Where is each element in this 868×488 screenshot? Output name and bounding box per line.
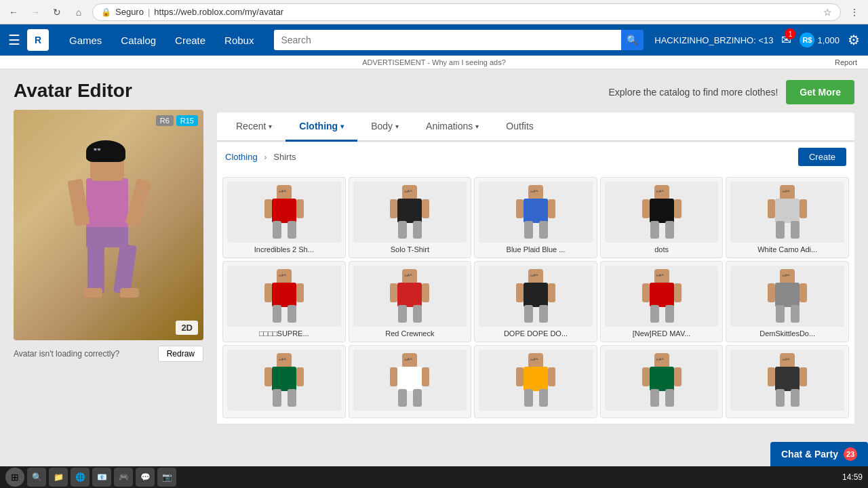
explore-bar: Explore the catalog to find more clothes… [217,80,854,104]
item-card[interactable]: ^^ Solo T-Shirt [349,177,472,258]
tab-body[interactable]: Body▾ [357,113,412,142]
avatar-redraw-row: Avatar isn't loading correctly? Redraw [14,346,203,362]
nav-catalog[interactable]: Catalog [111,24,165,56]
roblox-nav: ☰ R Games Catalog Create Robux 🔍 HACKIZI… [0,24,868,56]
taskbar-item-4[interactable]: 📧 [92,468,111,487]
ad-text: ADVERTISEMENT - Why am I seeing ads? [362,58,506,66]
item-card[interactable]: ^^ [222,345,346,418]
ad-bar: ADVERTISEMENT - Why am I seeing ads? Rep… [0,56,868,69]
item-card[interactable]: ^^ Red Crewneck [349,261,472,342]
tab-recent[interactable]: Recent▾ [222,113,285,142]
search-button[interactable]: 🔍 [621,30,644,50]
url-text: https://web.roblox.com/my/avatar [154,7,823,17]
lock-label: Seguro [115,7,144,17]
search-input[interactable] [274,30,620,50]
report-link[interactable]: Report [835,58,857,66]
bookmark-icon[interactable]: ☆ [823,7,832,18]
item-label: dots [605,245,719,253]
nav-username: HACKIZINHO_BRZINHO: <13 [654,35,773,45]
taskbar-item-6[interactable]: 💬 [136,468,155,487]
item-label: Red Crewneck [353,329,467,338]
item-card[interactable]: ^^ [474,345,597,418]
avatar-badges: R6 R15 [156,115,198,126]
item-card[interactable]: ^^ [New]RED MAV... [600,261,724,342]
logo-text: R [35,35,41,45]
item-label: Solo T-Shirt [353,245,467,253]
taskbar: ⊞ 🔍 📁 🌐 📧 🎮 💬 📷 14:59 [0,466,868,488]
item-card[interactable]: ^^ DemSkittlesDo... [726,261,849,342]
roblox-logo[interactable]: R [27,29,49,51]
item-label: DOPE DOPE DO... [479,329,593,338]
taskbar-item-2[interactable]: 📁 [49,468,68,487]
chat-icon-wrap: ✉ 1 [781,33,791,47]
right-panel: Explore the catalog to find more clothes… [217,80,854,477]
avatar-canvas: R6 R15 ^^ 👓 [14,110,203,340]
breadcrumb-parent[interactable]: Clothing [225,152,258,162]
main-content: Avatar Editor R6 R15 ^^ 👓 [0,69,868,488]
avatar-panel: Avatar Editor R6 R15 ^^ 👓 [14,80,203,477]
2d-badge[interactable]: 2D [176,321,198,335]
start-button[interactable]: ⊞ [5,468,24,487]
item-card[interactable]: ^^ [349,345,472,418]
explore-text: Explore the catalog to find more clothes… [609,87,778,98]
item-card[interactable]: ^^ [600,345,724,418]
refresh-button[interactable]: ↻ [49,4,65,20]
taskbar-item-7[interactable]: 📷 [157,468,176,487]
r15-badge[interactable]: R15 [176,115,198,126]
taskbar-item-1[interactable]: 🔍 [27,468,46,487]
taskbar-right: 14:59 [842,472,863,482]
chat-party-bar[interactable]: Chat & Party 23 [770,442,868,466]
lock-icon: 🔒 [101,7,111,17]
back-button[interactable]: ← [5,4,22,20]
create-button[interactable]: Create [798,148,846,166]
nav-create[interactable]: Create [165,24,215,56]
robux-amount: 1,000 [817,35,840,45]
item-label: White Camo Adi... [730,245,844,253]
taskbar-item-5[interactable]: 🎮 [114,468,133,487]
item-card[interactable]: ^^ Blue Plaid Blue ... [474,177,597,258]
notification-badge: 1 [785,28,795,39]
breadcrumb: Clothing › Shirts [225,152,296,162]
page-title: Avatar Editor [14,80,203,102]
get-more-button[interactable]: Get More [786,80,854,104]
chat-party-label: Chat & Party [781,449,838,460]
item-card[interactable]: ^^ dots [600,177,724,258]
item-card[interactable]: ^^ White Camo Adi... [726,177,849,258]
breadcrumb-current: Shirts [273,152,296,162]
robux-display[interactable]: R$ 1,000 [800,33,840,47]
redraw-button[interactable]: Redraw [158,346,203,362]
item-label: Incredibles 2 Sh... [227,245,341,253]
redraw-text: Avatar isn't loading correctly? [14,349,119,359]
nav-robux[interactable]: Robux [215,24,263,56]
chat-party-badge: 23 [844,447,857,461]
item-label: □□□□SUPRE... [227,329,341,338]
item-label: Blue Plaid Blue ... [479,245,593,253]
hamburger-menu[interactable]: ☰ [8,32,20,48]
items-grid: ^^ Incredibles 2 Sh... ^^ Solo T-Shirt [217,171,854,424]
breadcrumb-row: Clothing › Shirts Create [217,142,854,171]
settings-icon[interactable]: ⚙ [848,32,860,48]
address-bar[interactable]: 🔒 Seguro | https://web.roblox.com/my/ava… [92,3,841,21]
home-button[interactable]: ⌂ [71,4,87,20]
robux-icon: R$ [800,33,814,47]
nav-right: HACKIZINHO_BRZINHO: <13 ✉ 1 R$ 1,000 ⚙ [654,32,860,48]
tabs-bar: Recent▾ Clothing▾ Body▾ Animations▾ Outf… [217,113,854,142]
nav-links: Games Catalog Create Robux [60,24,263,56]
item-card[interactable]: ^^ □□□□SUPRE... [222,261,346,342]
item-label: [New]RED MAV... [605,329,719,338]
breadcrumb-separator: › [264,152,267,162]
nav-search: 🔍 [274,30,644,50]
item-card[interactable]: ^^ [726,345,849,418]
more-button[interactable]: ⋮ [846,4,863,20]
tab-clothing[interactable]: Clothing▾ [285,113,357,142]
item-label: DemSkittlesDo... [730,329,844,338]
nav-games[interactable]: Games [60,24,111,56]
item-card[interactable]: ^^ DOPE DOPE DO... [474,261,597,342]
item-card[interactable]: ^^ Incredibles 2 Sh... [222,177,346,258]
taskbar-time: 14:59 [842,472,863,482]
taskbar-item-3[interactable]: 🌐 [71,468,90,487]
forward-button[interactable]: → [27,4,43,20]
tab-animations[interactable]: Animations▾ [412,113,492,142]
r6-badge[interactable]: R6 [156,115,174,126]
tab-outfits[interactable]: Outfits [492,113,547,142]
